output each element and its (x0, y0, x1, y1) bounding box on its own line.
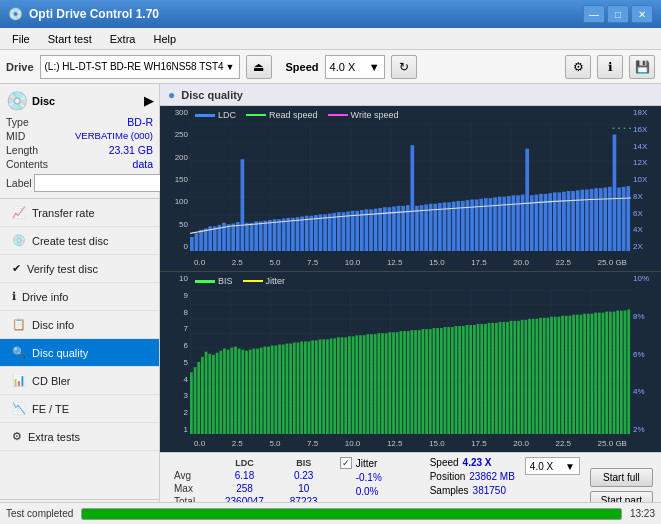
sidebar-item-create-test-disc[interactable]: 💿 Create test disc (0, 227, 159, 255)
svg-rect-46 (378, 208, 382, 251)
sidebar-item-extra-tests[interactable]: ⚙ Extra tests (0, 423, 159, 451)
drive-info-label: Drive info (22, 291, 68, 303)
svg-rect-138 (308, 341, 311, 434)
title-bar: 💿 Opti Drive Control 1.70 — □ ✕ (0, 0, 661, 28)
speed-selector-row: 4.0 X ▼ (525, 457, 580, 475)
settings-button[interactable]: ⚙ (565, 55, 591, 79)
svg-rect-147 (341, 337, 344, 434)
svg-rect-61 (447, 202, 451, 251)
svg-rect-27 (291, 218, 295, 251)
svg-rect-176 (447, 327, 450, 434)
legend-write-label: Write speed (351, 110, 399, 120)
nav-section: 📈 Transfer rate 💿 Create test disc ✔ Ver… (0, 199, 159, 499)
chart-bottom-legend: BIS Jitter (195, 276, 285, 286)
svg-rect-16 (241, 159, 245, 251)
svg-rect-30 (305, 216, 309, 251)
svg-rect-21 (264, 221, 268, 251)
menu-help[interactable]: Help (145, 31, 184, 47)
svg-rect-215 (591, 314, 594, 434)
sidebar-item-fe-te[interactable]: 📉 FE / TE (0, 395, 159, 423)
speed-selector-dropdown[interactable]: 4.0 X ▼ (525, 457, 580, 475)
sidebar-item-disc-quality[interactable]: 🔍 Disc quality (0, 339, 159, 367)
speed-value: 4.0 X (330, 61, 356, 73)
app-icon: 💿 (8, 7, 23, 21)
info-button[interactable]: ℹ (597, 55, 623, 79)
svg-rect-221 (613, 312, 616, 434)
sidebar-item-cd-bler[interactable]: 📊 CD Bler (0, 367, 159, 395)
svg-rect-58 (433, 204, 437, 251)
menu-extra[interactable]: Extra (102, 31, 144, 47)
disc-label-input[interactable] (34, 174, 167, 192)
svg-rect-142 (322, 339, 325, 434)
transfer-rate-icon: 📈 (12, 206, 26, 219)
eject-button[interactable]: ⏏ (246, 55, 272, 79)
start-full-button[interactable]: Start full (590, 468, 653, 487)
svg-rect-132 (286, 343, 289, 434)
position-row: Position 23862 MB (430, 471, 515, 482)
jitter-checkbox[interactable]: ✓ (340, 457, 352, 469)
close-button[interactable]: ✕ (631, 5, 653, 23)
svg-rect-155 (370, 334, 373, 434)
svg-rect-10 (213, 226, 217, 251)
disc-label-text: Label (6, 177, 32, 189)
title-bar-left: 💿 Opti Drive Control 1.70 (8, 7, 159, 21)
svg-rect-199 (532, 319, 535, 434)
svg-rect-118 (234, 347, 237, 434)
y-axis-left-bottom: 10 9 8 7 6 5 4 3 2 1 (160, 272, 190, 434)
svg-rect-56 (424, 204, 428, 251)
refresh-button[interactable]: ↻ (391, 55, 417, 79)
verify-test-disc-label: Verify test disc (27, 263, 98, 275)
drive-selector[interactable]: (L:) HL-DT-ST BD-RE WH16NS58 TST4 ▼ (40, 55, 240, 79)
sidebar-item-verify-test-disc[interactable]: ✔ Verify test disc (0, 255, 159, 283)
sidebar-item-transfer-rate[interactable]: 📈 Transfer rate (0, 199, 159, 227)
svg-rect-119 (238, 349, 241, 434)
svg-rect-94 (599, 188, 603, 251)
menu-start-test[interactable]: Start test (40, 31, 100, 47)
avg-ldc: 6.18 (211, 469, 277, 482)
stats-max-row: Max 258 10 (168, 482, 330, 495)
disc-type-row: Type BD-R (6, 116, 153, 128)
legend-jitter: Jitter (243, 276, 286, 286)
speed-selector[interactable]: 4.0 X ▼ (325, 55, 385, 79)
svg-rect-31 (309, 216, 313, 251)
legend-bis: BIS (195, 276, 233, 286)
svg-rect-195 (517, 321, 520, 434)
svg-rect-35 (328, 214, 332, 251)
menu-file[interactable]: File (4, 31, 38, 47)
svg-rect-38 (342, 212, 346, 251)
legend-jitter-color (243, 280, 263, 282)
disc-section: 💿 Disc ▶ Type BD-R MID VERBATIMe (000) L… (0, 84, 159, 199)
svg-rect-194 (513, 321, 516, 434)
minimize-button[interactable]: — (583, 5, 605, 23)
drive-dropdown-arrow: ▼ (226, 62, 235, 72)
svg-rect-44 (369, 209, 373, 251)
svg-rect-5 (190, 237, 194, 251)
sidebar-item-drive-info[interactable]: ℹ Drive info (0, 283, 159, 311)
svg-rect-175 (444, 327, 447, 434)
svg-rect-187 (488, 323, 491, 434)
svg-rect-7 (199, 230, 203, 251)
sidebar-item-disc-info[interactable]: 📋 Disc info (0, 311, 159, 339)
svg-rect-8 (204, 228, 208, 251)
svg-rect-171 (429, 329, 432, 434)
svg-rect-205 (554, 317, 557, 434)
svg-rect-137 (304, 341, 307, 434)
save-button[interactable]: 💾 (629, 55, 655, 79)
svg-rect-203 (546, 318, 549, 434)
jitter-max: 0.0% (340, 486, 420, 497)
drive-value: (L:) HL-DT-ST BD-RE WH16NS58 TST4 (45, 61, 224, 72)
maximize-button[interactable]: □ (607, 5, 629, 23)
extra-tests-label: Extra tests (28, 431, 80, 443)
svg-rect-18 (250, 223, 254, 251)
svg-rect-130 (278, 345, 281, 434)
svg-rect-153 (363, 335, 366, 434)
disc-header-arrow: ▶ (144, 94, 153, 108)
col-header-bis: BIS (278, 457, 330, 469)
svg-rect-200 (535, 319, 538, 434)
speed-row: Speed 4.23 X (430, 457, 515, 468)
disc-length-row: Length 23.31 GB (6, 144, 153, 156)
toolbar: Drive (L:) HL-DT-ST BD-RE WH16NS58 TST4 … (0, 50, 661, 84)
svg-rect-109 (201, 357, 204, 434)
svg-rect-158 (381, 333, 384, 434)
y-axis-right-bottom: 10% 8% 6% 4% 2% (631, 272, 661, 434)
